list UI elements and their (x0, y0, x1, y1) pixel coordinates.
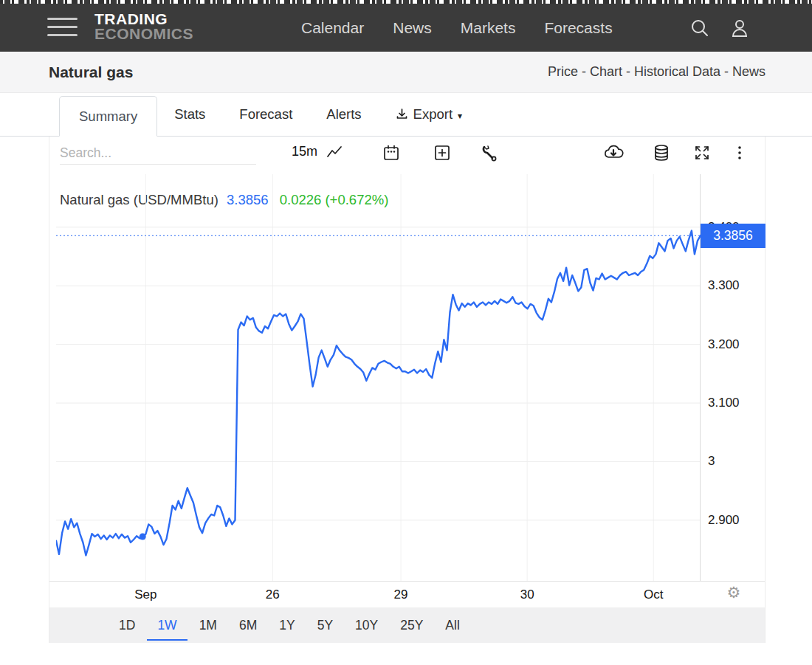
nav-item-forecasts[interactable]: Forecasts (544, 19, 612, 37)
line-style-icon[interactable] (323, 142, 345, 164)
x-axis-label: Oct (627, 588, 679, 602)
nav-item-news[interactable]: News (393, 19, 432, 37)
price-line-series (56, 231, 701, 556)
range-button-25y[interactable]: 25Y (390, 610, 433, 641)
y-axis-label: 3 (708, 454, 761, 469)
more-icon[interactable] (729, 142, 751, 164)
price-chart-plot-area[interactable] (56, 174, 701, 581)
user-icon[interactable] (729, 18, 750, 38)
download-icon (396, 108, 408, 124)
range-button-1d[interactable]: 1D (109, 610, 145, 641)
calendar-icon[interactable] (380, 142, 402, 164)
range-button-6m[interactable]: 6M (229, 610, 267, 641)
data-point-marker (140, 534, 146, 540)
data-icon[interactable] (650, 142, 672, 164)
hamburger-menu-icon[interactable] (47, 18, 78, 38)
tab-bar: Summary Stats Forecast Alerts Export ▾ (0, 93, 812, 137)
cloud-download-icon[interactable] (602, 142, 625, 164)
range-button-10y[interactable]: 10Y (345, 610, 388, 641)
y-axis-label: 3.300 (708, 278, 761, 293)
search-icon[interactable] (689, 18, 709, 38)
chart-toolbar: 15m (49, 137, 765, 170)
chart-settings-gear-icon[interactable]: ⚙ (722, 584, 746, 602)
top-navbar: TRADING ECONOMICS Calendar News Markets … (0, 4, 812, 52)
current-price-badge: 3.3856 (701, 224, 765, 248)
subheader: Natural gas Price - Chart - Historical D… (0, 52, 812, 93)
symbol-search-input[interactable] (60, 142, 256, 165)
page: TRADING ECONOMICS Calendar News Markets … (0, 0, 812, 665)
chart-widget: 15m (49, 137, 765, 643)
tab-alerts[interactable]: Alerts (309, 93, 378, 136)
caret-down-icon: ▾ (458, 111, 462, 121)
range-button-all[interactable]: All (435, 610, 469, 641)
tab-stats[interactable]: Stats (157, 93, 222, 136)
x-axis-label: 29 (375, 588, 427, 602)
interval-selector[interactable]: 15m (292, 144, 317, 159)
nav-item-markets[interactable]: Markets (461, 19, 516, 37)
tab-export[interactable]: Export ▾ (379, 93, 480, 136)
range-button-1w[interactable]: 1W (147, 610, 187, 641)
tools-icon[interactable] (478, 142, 500, 164)
tab-forecast[interactable]: Forecast (222, 93, 309, 136)
breadcrumb-links[interactable]: Price - Chart - Historical Data - News (548, 64, 765, 80)
logo-line2: ECONOMICS (94, 26, 193, 42)
logo[interactable]: TRADING ECONOMICS (94, 11, 193, 42)
range-button-1y[interactable]: 1Y (269, 610, 305, 641)
x-axis-label: 30 (501, 588, 553, 602)
y-axis-label: 2.900 (708, 513, 761, 528)
range-button-5y[interactable]: 5Y (307, 610, 343, 641)
nav-item-calendar[interactable]: Calendar (301, 19, 364, 37)
y-axis-label: 3.200 (708, 337, 761, 352)
y-axis-label: 3.100 (708, 396, 761, 410)
nav-links: Calendar News Markets Forecasts (301, 4, 613, 52)
x-axis-label: 26 (247, 588, 298, 602)
x-axis-band: ⚙ Sep262930Oct (49, 581, 765, 607)
add-indicator-icon[interactable] (431, 142, 453, 164)
fullscreen-icon[interactable] (691, 142, 713, 164)
x-axis-label: Sep (120, 588, 171, 602)
range-selector: 1D1W1M6M1Y5Y10Y25YAll (49, 607, 765, 643)
page-title: Natural gas (49, 63, 133, 81)
export-label: Export (413, 106, 453, 123)
range-button-1m[interactable]: 1M (189, 610, 227, 641)
tab-summary[interactable]: Summary (59, 96, 157, 137)
